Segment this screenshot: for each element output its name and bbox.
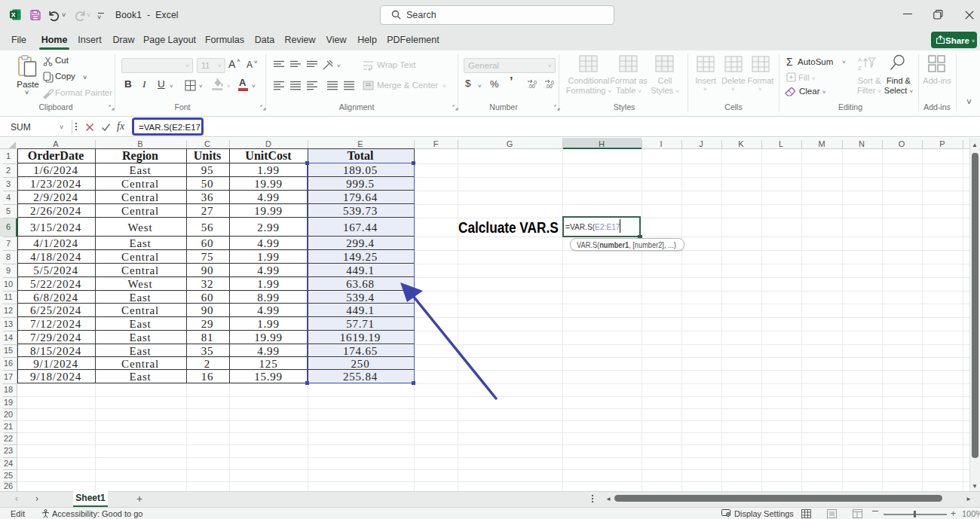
svg-text:A: A bbox=[858, 56, 862, 63]
svg-text:Z: Z bbox=[858, 65, 862, 72]
svg-text:0: 0 bbox=[551, 80, 554, 85]
svg-text:0: 0 bbox=[534, 80, 537, 85]
